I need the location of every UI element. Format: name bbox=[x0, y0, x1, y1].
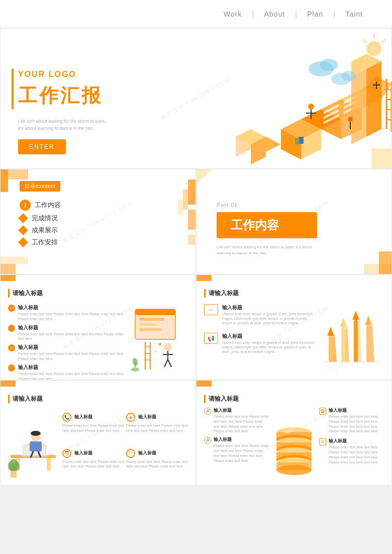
part-desc: Life isn't about waiting for the storm t… bbox=[217, 244, 317, 256]
slide6-corner-tl bbox=[1, 381, 16, 387]
slide5-item-2: 📢 输入标题 Ullamco enim dolor, tempor at gra… bbox=[204, 333, 316, 354]
toc-label-3: 成果展示 bbox=[32, 226, 58, 235]
nav-about[interactable]: About bbox=[264, 10, 285, 18]
svg-marker-20 bbox=[366, 61, 381, 137]
svg-point-115 bbox=[31, 431, 41, 436]
toc-label-1: 工作内容 bbox=[35, 201, 61, 210]
svg-marker-91 bbox=[354, 316, 358, 362]
slide6-item-2: ◆ 输入标题 Please enter text here Please ent… bbox=[126, 412, 188, 442]
slide-input-5: 请输入标题 ▭ 输入标题 Ullamco enim dolor, tempor … bbox=[196, 274, 392, 380]
slide6-item-3: ⏰ 输入标题 Please enter text here Please ent… bbox=[62, 448, 125, 478]
hero-illustration bbox=[221, 29, 391, 169]
enter-button[interactable]: ENTER bbox=[18, 139, 66, 154]
svg-rect-52 bbox=[1, 169, 8, 192]
nav-sep-3: | bbox=[333, 10, 335, 19]
svg-marker-97 bbox=[352, 311, 359, 320]
slide4-text-1: 输入标题 Please enter text here Please enter… bbox=[18, 304, 128, 322]
slides-grid: YOUR LOGO 工作汇报 Life isn't about waiting … bbox=[0, 28, 392, 486]
svg-rect-51 bbox=[371, 148, 391, 168]
svg-marker-93 bbox=[366, 321, 370, 362]
slide-lower-6: 请输入标题 bbox=[0, 380, 196, 486]
svg-line-29 bbox=[363, 39, 366, 43]
toc-num-1: 1 bbox=[20, 200, 31, 211]
check-icon-1 bbox=[8, 305, 15, 312]
slide6-illustration bbox=[8, 407, 58, 480]
part-title: 工作内容 bbox=[217, 212, 317, 238]
toc-corner-tl bbox=[1, 169, 28, 192]
slide-hero: YOUR LOGO 工作汇报 Life isn't about waiting … bbox=[0, 28, 392, 169]
slide5-text-2: 输入标题 Ullamco enim dolor, tempor at gravi… bbox=[222, 333, 316, 354]
slide-input-4: 请输入标题 输入标题 Please enter text here Please… bbox=[0, 274, 196, 380]
slide4-illustration: ★ ✦ ✦ bbox=[130, 302, 188, 372]
check-icon-4 bbox=[8, 364, 15, 372]
toc-item-4: 工作安排 bbox=[20, 238, 186, 247]
svg-rect-53 bbox=[8, 169, 28, 179]
svg-rect-54 bbox=[188, 179, 195, 205]
svg-rect-106 bbox=[47, 458, 51, 471]
svg-line-102 bbox=[331, 337, 369, 375]
svg-rect-43 bbox=[299, 137, 304, 144]
svg-point-27 bbox=[366, 41, 381, 56]
top-navigation: Work | About | Plan | Taint bbox=[0, 0, 392, 28]
svg-line-74 bbox=[168, 359, 171, 367]
slide4-section-title: 请输入标题 bbox=[8, 289, 188, 298]
svg-marker-95 bbox=[327, 327, 334, 336]
svg-rect-86 bbox=[197, 275, 212, 281]
svg-line-30 bbox=[381, 39, 385, 43]
slide6-item-1: 📞 输入标题 Please enter text here Please ent… bbox=[62, 412, 125, 442]
svg-point-83 bbox=[131, 367, 139, 372]
svg-rect-66 bbox=[135, 309, 175, 315]
slide6-section-title: 请输入标题 bbox=[8, 395, 188, 403]
svg-marker-96 bbox=[340, 318, 347, 327]
slide4-corner-tl bbox=[1, 275, 16, 281]
svg-marker-88 bbox=[333, 334, 337, 362]
svg-marker-61 bbox=[197, 169, 212, 184]
svg-marker-92 bbox=[358, 319, 362, 362]
link-icon-1: 🔗 bbox=[204, 408, 211, 415]
svg-line-73 bbox=[164, 359, 168, 367]
slide-toc: 目录/content 1 工作内容 完成情况 成果展示 工作安排 稿定设 bbox=[0, 169, 196, 274]
toc-item-1: 1 工作内容 bbox=[20, 200, 186, 211]
nav-plan[interactable]: Plan bbox=[307, 10, 323, 18]
home-icon: 🏠 bbox=[319, 408, 326, 415]
nav-sep-2: | bbox=[295, 10, 297, 19]
nav-work[interactable]: Work bbox=[224, 10, 242, 18]
svg-point-41 bbox=[348, 117, 353, 122]
monitor-icon: ▭ bbox=[204, 304, 218, 315]
svg-rect-57 bbox=[188, 210, 195, 230]
svg-rect-56 bbox=[178, 200, 183, 215]
slide4-text-3: 输入标题 Please enter text here Please enter… bbox=[18, 344, 128, 361]
slide5-section-title: 请输入标题 bbox=[204, 289, 384, 298]
slide7-corner-tl bbox=[197, 381, 212, 387]
toc-diamond-2 bbox=[18, 213, 28, 223]
phone-icon: 📞 bbox=[62, 413, 71, 422]
gear-icon: ⚙ bbox=[319, 438, 326, 445]
svg-rect-67 bbox=[139, 318, 164, 321]
slide7-db-illustration bbox=[271, 407, 317, 483]
svg-rect-110 bbox=[30, 441, 42, 451]
slide4-item-2: 输入标题 Please enter text here Please enter… bbox=[8, 324, 128, 342]
slide7-item-link-1: 🔗 输入标题 Please enter text here Please ent… bbox=[204, 407, 269, 434]
svg-marker-21 bbox=[351, 69, 366, 144]
svg-point-85 bbox=[132, 357, 139, 366]
svg-rect-64 bbox=[1, 275, 16, 281]
svg-text:★: ★ bbox=[158, 341, 162, 347]
svg-rect-108 bbox=[22, 455, 47, 456]
slide5-bar-chart bbox=[319, 302, 384, 380]
svg-rect-103 bbox=[1, 381, 16, 387]
slide7-item-link-2: 🔗 输入标题 Please enter text here Please ent… bbox=[204, 436, 269, 463]
svg-rect-60 bbox=[1, 264, 16, 274]
toc-corner-bl bbox=[1, 256, 28, 274]
svg-point-32 bbox=[320, 59, 338, 71]
slide7-item-right-1: 🏠 输入标题 Please enter text here text here … bbox=[319, 407, 384, 434]
slide7-item-right-2: ⚙ 输入标题 Please enter text here text here … bbox=[319, 438, 384, 465]
nav-sep-1: | bbox=[252, 10, 254, 19]
svg-marker-87 bbox=[329, 332, 333, 362]
part01-corner-br bbox=[364, 251, 391, 274]
slide4-item-1: 输入标题 Please enter text here Please enter… bbox=[8, 304, 128, 322]
slide5-corner-tl bbox=[197, 275, 212, 281]
nav-taint[interactable]: Taint bbox=[345, 10, 363, 18]
logo-left-bar bbox=[12, 69, 14, 109]
slide-lower-7: 请输入标题 🔗 输入标题 Please enter text here Plea… bbox=[196, 380, 392, 486]
svg-text:✦: ✦ bbox=[154, 350, 157, 353]
